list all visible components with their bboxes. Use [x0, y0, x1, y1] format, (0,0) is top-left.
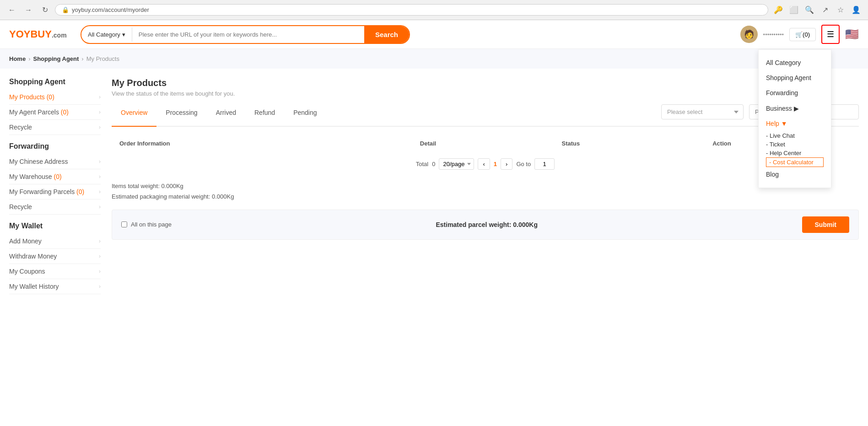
browser-bookmark-icon[interactable]: ☆ [834, 4, 847, 16]
page-size-select[interactable]: 20/page [439, 158, 474, 170]
search-button[interactable]: Search [364, 26, 409, 43]
dropdown-help-center[interactable]: - Help Center [766, 149, 824, 157]
breadcrumb-current: My Products [86, 55, 119, 62]
col-order-info: Order Information [112, 135, 413, 153]
forward-button[interactable]: → [22, 4, 35, 16]
sidebar-label-recycle-1: Recycle [9, 124, 32, 131]
logo[interactable]: YOYBUY.com [9, 28, 73, 40]
dropdown-live-chat[interactable]: - Live Chat [766, 131, 824, 140]
logo-yoy: YOY [9, 28, 30, 40]
page-title: My Products [112, 78, 859, 88]
dropdown-ticket[interactable]: - Ticket [766, 140, 824, 149]
all-checkbox-input[interactable] [121, 221, 127, 227]
sidebar-label-my-agent-parcels: My Agent Parcels (0) [9, 108, 69, 116]
breadcrumb-sep-2: › [81, 55, 83, 62]
address-bar[interactable]: 🔒 yoybuy.com/account/myorder [55, 4, 768, 16]
search-input[interactable] [132, 27, 364, 43]
menu-button[interactable]: ☰ [821, 25, 840, 44]
dropdown-help[interactable]: Help ▼ [766, 116, 824, 131]
sidebar-item-my-chinese-address[interactable]: My Chinese Address › [9, 154, 101, 169]
browser-share-icon[interactable]: ↗ [819, 4, 831, 16]
user-name: •••••••••• [763, 31, 784, 38]
total-count: 0 [432, 161, 435, 167]
total-label: Total [416, 161, 428, 167]
dropdown-shopping-agent[interactable]: Shopping Agent [766, 70, 824, 86]
prev-page-button[interactable]: ‹ [478, 158, 490, 170]
sidebar-item-recycle-2[interactable]: Recycle › [9, 200, 101, 215]
dropdown-business[interactable]: Business ▶ [766, 101, 824, 116]
avatar[interactable]: 🧑 [740, 26, 758, 43]
sidebar-count-forwarding-parcels: (0) [76, 188, 84, 195]
main-layout: Shopping Agent My Products (0) › My Agen… [0, 69, 868, 303]
browser-zoom-icon[interactable]: 🔍 [803, 4, 816, 16]
tab-refund[interactable]: Refund [245, 104, 284, 127]
site-header: YOYBUY.com All Category ▾ Search 🧑 •••••… [0, 20, 868, 49]
cart-button[interactable]: 🛒(0) [789, 28, 816, 41]
chevron-icon: › [99, 109, 101, 115]
sidebar-section-shopping-agent: Shopping Agent [9, 78, 101, 86]
browser-translate-icon[interactable]: ⬜ [787, 4, 800, 16]
language-flag[interactable]: 🇺🇸 [845, 28, 859, 41]
chevron-icon: › [99, 158, 101, 165]
breadcrumb: Home › Shopping Agent › My Products [0, 49, 868, 69]
goto-input[interactable] [534, 158, 555, 170]
total-weight: Items total weight: 0.000Kg [112, 181, 859, 191]
search-bar: All Category ▾ Search [81, 25, 410, 44]
sidebar-item-my-warehouse[interactable]: My Warehouse (0) › [9, 169, 101, 184]
goto-label: Go to [516, 161, 531, 167]
dropdown-forwarding[interactable]: Forwarding [766, 86, 824, 101]
breadcrumb-shopping-agent[interactable]: Shopping Agent [33, 55, 79, 62]
sidebar-section-my-wallet: My Wallet [9, 222, 101, 230]
all-on-page-checkbox[interactable]: All on this page [121, 221, 172, 228]
back-button[interactable]: ← [5, 4, 18, 16]
bottom-bar: All on this page Estimated parcel weight… [112, 210, 859, 240]
page-subtitle: View the status of the items we bought f… [112, 90, 859, 97]
sidebar-label-my-warehouse: My Warehouse (0) [9, 173, 62, 180]
dropdown-blog[interactable]: Blog [766, 167, 824, 182]
chevron-down-icon: ▾ [122, 31, 125, 38]
sidebar-item-recycle-1[interactable]: Recycle › [9, 120, 101, 135]
chevron-icon: › [99, 173, 101, 180]
nav-dropdown: All Category Shopping Agent Forwarding B… [758, 49, 831, 188]
filter-select[interactable]: Please select [661, 104, 744, 119]
tab-pending[interactable]: Pending [284, 104, 326, 127]
chevron-icon: › [99, 238, 101, 244]
breadcrumb-sep-1: › [28, 55, 30, 62]
browser-chrome: ← → ↻ 🔒 yoybuy.com/account/myorder 🔑 ⬜ 🔍… [0, 0, 868, 20]
sidebar-item-my-wallet-history[interactable]: My Wallet History › [9, 279, 101, 294]
breadcrumb-home[interactable]: Home [9, 55, 26, 62]
avatar-image: 🧑 [744, 29, 754, 39]
table-header: Order Information Detail Status Action [112, 135, 859, 153]
tab-overview[interactable]: Overview [112, 104, 156, 127]
logo-buy: BUY [30, 28, 51, 40]
sidebar-label-my-coupons: My Coupons [9, 268, 45, 275]
main-content: My Products View the status of the items… [112, 78, 859, 294]
sidebar-count-my-products: (0) [47, 93, 54, 101]
tab-processing[interactable]: Processing [156, 104, 206, 127]
sidebar-item-add-money[interactable]: Add Money › [9, 234, 101, 249]
chevron-icon: › [99, 204, 101, 210]
header-right: 🧑 •••••••••• 🛒(0) ☰ 🇺🇸 [740, 25, 859, 44]
dropdown-all-category[interactable]: All Category [766, 55, 824, 70]
sidebar-item-my-coupons[interactable]: My Coupons › [9, 264, 101, 279]
pagination: Total 0 20/page ‹ 1 › Go to [112, 153, 859, 175]
sidebar-item-my-forwarding-parcels[interactable]: My Forwarding Parcels (0) › [9, 184, 101, 200]
refresh-button[interactable]: ↻ [38, 4, 51, 16]
logo-com: .com [52, 32, 67, 39]
category-dropdown[interactable]: All Category ▾ [81, 27, 132, 42]
submit-button[interactable]: Submit [802, 216, 849, 233]
parcel-weight: Estimated parcel weight: 0.000Kg [436, 221, 538, 228]
next-page-button[interactable]: › [501, 158, 512, 170]
packaging-weight: Estimated packaging material weight: 0.0… [112, 191, 859, 202]
sidebar-item-my-products[interactable]: My Products (0) › [9, 90, 101, 105]
browser-account-icon[interactable]: 👤 [850, 4, 863, 16]
weight-info: Items total weight: 0.000Kg Estimated pa… [112, 175, 859, 206]
browser-icons: 🔑 ⬜ 🔍 ↗ ☆ 👤 [772, 4, 863, 16]
sidebar-item-withdraw-money[interactable]: Withdraw Money › [9, 249, 101, 264]
dropdown-cost-calculator[interactable]: - Cost Calculator [766, 157, 824, 167]
tab-arrived[interactable]: Arrived [207, 104, 245, 127]
sidebar-label-my-forwarding-parcels: My Forwarding Parcels (0) [9, 188, 84, 195]
browser-key-icon[interactable]: 🔑 [772, 4, 785, 16]
sidebar-item-my-agent-parcels[interactable]: My Agent Parcels (0) › [9, 105, 101, 120]
category-label: All Category [88, 31, 120, 38]
